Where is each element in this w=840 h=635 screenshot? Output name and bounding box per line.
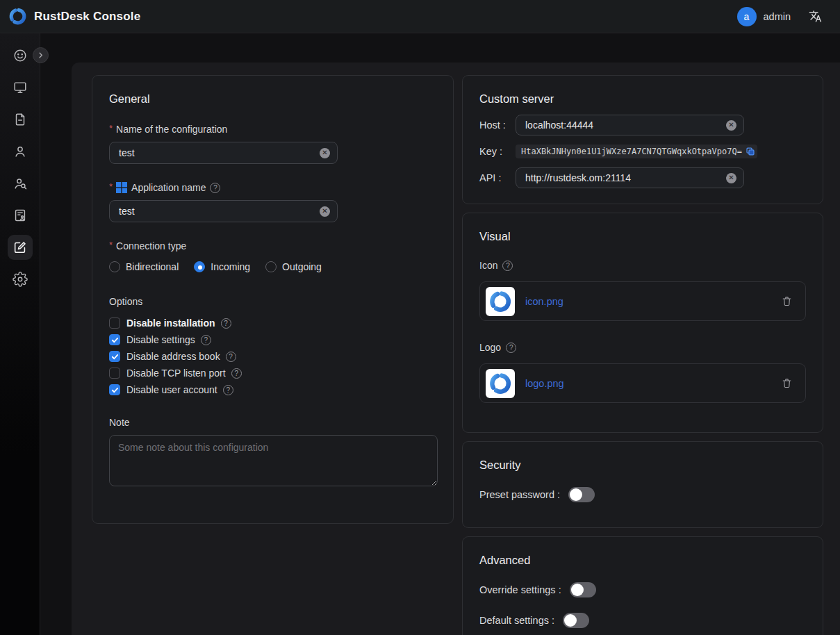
override-settings-label: Override settings : (479, 584, 561, 595)
override-settings-row: Override settings : (479, 582, 806, 597)
checkbox[interactable] (109, 368, 120, 379)
copy-icon[interactable] (746, 147, 755, 156)
sidebar (0, 33, 40, 635)
sidebar-item-dashboard[interactable] (8, 43, 33, 68)
application-name-input-box: ✕ (109, 200, 338, 222)
host-input-box: ✕ (516, 115, 744, 135)
main-area: General * Name of the configuration ✕ * … (40, 33, 840, 635)
preset-password-toggle[interactable] (568, 487, 595, 502)
default-settings-toggle[interactable] (563, 613, 589, 628)
api-input[interactable] (516, 172, 743, 183)
brand: RustDesk Console (8, 7, 140, 26)
windows-icon (116, 182, 127, 193)
checkbox-disable-tcp-listen-port[interactable]: Disable TCP listen port ? (109, 367, 436, 379)
advanced-card: Advanced Override settings : Default set… (462, 536, 823, 635)
sidebar-item-groups[interactable] (8, 171, 33, 196)
checkbox[interactable] (109, 384, 120, 395)
sidebar-item-devices[interactable] (8, 75, 33, 100)
logo-file-row: logo.png (479, 363, 806, 403)
radio-outgoing[interactable]: Outgoing (265, 261, 322, 272)
user-name: admin (764, 11, 791, 22)
config-name-input[interactable] (110, 147, 337, 158)
options-list: Disable installation ? Disable settings … (109, 317, 436, 396)
checkbox-disable-address-book[interactable]: Disable address book ? (109, 350, 436, 363)
host-input[interactable] (516, 119, 743, 131)
advanced-title: Advanced (479, 554, 806, 567)
host-label: Host : (479, 119, 516, 131)
connection-type-label: * Connection type (109, 240, 436, 251)
delete-icon[interactable] (781, 295, 793, 307)
help-icon[interactable]: ? (223, 385, 233, 395)
config-name-label: * Name of the configuration (109, 124, 436, 135)
checkbox[interactable] (109, 351, 120, 362)
help-icon[interactable]: ? (201, 335, 211, 345)
icon-file-link[interactable]: icon.png (525, 296, 771, 307)
user-menu[interactable]: a admin (737, 7, 791, 26)
default-settings-row: Default settings : (479, 613, 806, 628)
sidebar-item-records[interactable] (8, 203, 33, 228)
clear-icon[interactable]: ✕ (320, 148, 330, 158)
radio-incoming[interactable]: Incoming (194, 261, 250, 272)
radio-bidirectional[interactable]: Bidirectional (109, 261, 179, 272)
application-name-label: * Application name ? (109, 182, 436, 193)
delete-icon[interactable] (781, 377, 793, 389)
translate-icon[interactable] (809, 10, 822, 23)
checkbox-disable-installation[interactable]: Disable installation ? (109, 317, 436, 329)
server-key-value: HtaXBkJNHyn0e1U1jWXze7A7CN7QTGWqxkOtpaVp… (521, 147, 742, 156)
top-header: RustDesk Console a admin (0, 0, 840, 33)
radio-dot[interactable] (109, 261, 120, 272)
security-card: Security Preset password : (462, 441, 823, 528)
document-icon (13, 112, 28, 127)
help-icon[interactable]: ? (226, 352, 236, 362)
checkbox-disable-user-account[interactable]: Disable user account ? (109, 384, 436, 396)
content-panel: General * Name of the configuration ✕ * … (72, 63, 840, 635)
host-row: Host : ✕ (479, 115, 806, 135)
checkbox-disable-settings[interactable]: Disable settings ? (109, 333, 436, 346)
help-icon[interactable]: ? (502, 261, 513, 271)
sidebar-item-audit[interactable] (8, 107, 33, 132)
clear-icon[interactable]: ✕ (726, 120, 736, 131)
config-name-input-box: ✕ (109, 142, 338, 164)
help-icon[interactable]: ? (231, 368, 242, 379)
icon-label: Icon ? (479, 260, 806, 271)
sidebar-item-users[interactable] (8, 139, 33, 164)
avatar[interactable]: a (737, 7, 757, 26)
key-label: Key : (479, 146, 516, 157)
help-icon[interactable]: ? (210, 183, 220, 193)
icon-thumbnail (486, 287, 515, 316)
help-icon[interactable]: ? (221, 318, 231, 329)
rustdesk-logo-icon (488, 372, 512, 395)
sidebar-item-settings[interactable] (8, 267, 33, 292)
security-title: Security (479, 459, 806, 472)
api-label: API : (479, 172, 516, 183)
document-user-icon (13, 208, 28, 223)
custom-server-card: Custom server Host : ✕ Key : HtaXBkJNHyn… (462, 75, 823, 204)
api-input-box: ✕ (516, 167, 744, 188)
sidebar-expand-button[interactable] (33, 47, 49, 63)
checkbox[interactable] (109, 318, 120, 329)
visual-card: Visual Icon ? icon.png (462, 213, 823, 433)
logo-label: Logo ? (479, 342, 806, 353)
preset-password-label: Preset password : (479, 489, 560, 500)
default-settings-label: Default settings : (479, 615, 554, 626)
required-marker: * (109, 240, 113, 250)
note-label: Note (109, 417, 436, 428)
application-name-input[interactable] (110, 206, 337, 217)
logo-file-link[interactable]: logo.png (525, 378, 771, 389)
rustdesk-logo-icon (488, 290, 512, 313)
visual-title: Visual (479, 230, 806, 243)
checkbox[interactable] (109, 334, 120, 345)
general-card: General * Name of the configuration ✕ * … (92, 75, 454, 524)
sidebar-item-configurations[interactable] (8, 235, 33, 260)
required-marker: * (109, 123, 113, 133)
smiley-icon (13, 48, 28, 63)
app-title: RustDesk Console (34, 10, 140, 24)
override-settings-toggle[interactable] (570, 582, 596, 597)
radio-dot[interactable] (265, 261, 277, 272)
clear-icon[interactable]: ✕ (726, 173, 736, 183)
help-icon[interactable]: ? (506, 343, 516, 353)
options-label: Options (109, 296, 436, 307)
clear-icon[interactable]: ✕ (320, 206, 330, 217)
note-textarea[interactable] (109, 435, 438, 486)
radio-dot[interactable] (194, 261, 205, 272)
